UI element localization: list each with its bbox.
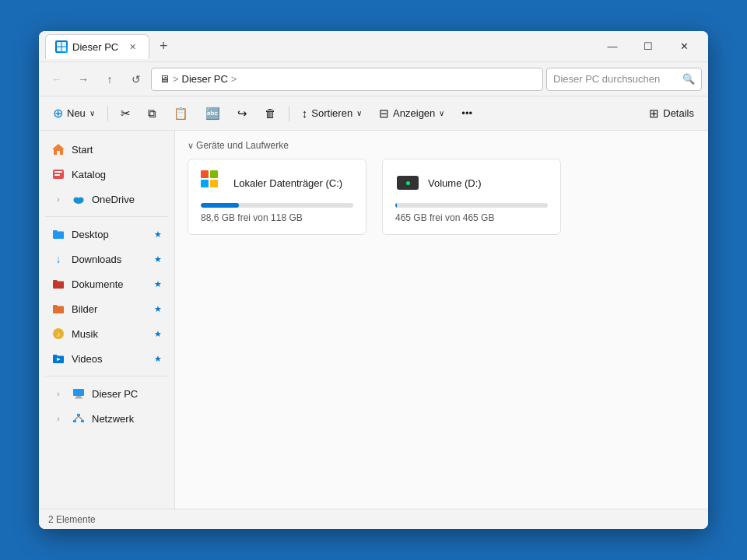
close-btn[interactable]: ✕	[666, 34, 702, 59]
folder-video-icon	[51, 352, 65, 366]
catalog-icon	[51, 167, 65, 181]
drive-d-card[interactable]: Volume (D:) 465 GB frei von 465 GB	[382, 159, 561, 235]
share-btn[interactable]: ↪	[230, 101, 255, 126]
sidebar-item-videos[interactable]: Videos ★	[42, 346, 171, 371]
delete-btn[interactable]: 🗑	[257, 101, 284, 126]
sidebar-item-label-dokumente: Dokumente	[72, 278, 123, 290]
sidebar-item-label-downloads: Downloads	[72, 254, 121, 265]
sidebar-item-start[interactable]: Start	[42, 137, 171, 162]
svg-text:♪: ♪	[57, 330, 61, 338]
new-btn[interactable]: ⊕ Neu ∨	[45, 101, 103, 126]
sort-btn[interactable]: ↕ Sortieren ∨	[294, 101, 370, 126]
search-box[interactable]: Dieser PC durchsuchen 🔍	[546, 68, 702, 91]
drive-c-icon	[201, 170, 226, 195]
svg-rect-15	[76, 396, 81, 397]
pin-icon-videos: ★	[154, 354, 162, 364]
drive-d-name: Volume (D:)	[428, 177, 482, 189]
cut-btn[interactable]: ✂	[113, 101, 139, 126]
sidebar-item-bilder[interactable]: Bilder ★	[42, 296, 171, 321]
sidebar-item-dokumente[interactable]: Dokumente ★	[42, 271, 171, 296]
sidebar-item-label-bilder: Bilder	[72, 303, 97, 315]
drive-d-icon	[395, 170, 420, 195]
view-icon: ⊟	[379, 107, 389, 121]
svg-rect-17	[77, 414, 80, 416]
svg-rect-3	[62, 47, 67, 52]
expand-icon-dieser-pc: ›	[51, 387, 65, 401]
svg-rect-19	[81, 420, 84, 422]
network-icon	[72, 411, 86, 425]
drive-c-bar	[201, 203, 353, 208]
tab-close-btn[interactable]: ✕	[126, 41, 139, 53]
minimize-btn[interactable]: —	[594, 34, 630, 59]
svg-point-9	[74, 198, 79, 203]
statusbar: 2 Elemente	[39, 509, 708, 529]
toolbar-sep-2	[289, 106, 289, 121]
path-dieser-pc: Dieser PC	[182, 73, 228, 85]
tab-label: Dieser PC	[72, 41, 118, 53]
download-icon: ↓	[51, 252, 65, 266]
sidebar-item-label-katalog: Katalog	[72, 169, 106, 180]
more-btn[interactable]: •••	[454, 101, 480, 126]
sidebar-item-onedrive[interactable]: › OneDrive	[42, 187, 171, 212]
sidebar-item-label-musik: Musik	[72, 328, 98, 340]
sidebar-item-dieser-pc[interactable]: › Dieser PC	[42, 381, 171, 406]
sidebar-item-desktop[interactable]: Desktop ★	[42, 222, 171, 247]
rename-icon: 🔤	[205, 107, 220, 121]
sidebar-item-musik[interactable]: ♪ Musik ★	[42, 321, 171, 346]
drive-d-bar	[395, 203, 548, 208]
up-btn[interactable]: ↑	[98, 68, 121, 91]
svg-point-10	[79, 198, 84, 203]
new-tab-btn[interactable]: +	[153, 36, 174, 58]
more-icon: •••	[461, 107, 472, 119]
expand-icon-netzwerk: ›	[51, 411, 65, 425]
sort-chevron: ∨	[356, 109, 362, 117]
svg-marker-4	[52, 144, 65, 155]
titlebar-tabs: Dieser PC ✕ +	[45, 34, 594, 59]
sidebar-item-netzwerk[interactable]: › Netzwerk	[42, 406, 171, 431]
paste-btn[interactable]: 📋	[166, 101, 196, 126]
path-computer-icon: 🖥	[160, 73, 170, 85]
drive-c-card[interactable]: Lokaler Datenträger (C:) 88,6 GB frei vo…	[188, 159, 366, 235]
sidebar-item-label-start: Start	[72, 144, 93, 156]
addressbar: ← → ↑ ↺ 🖥 > Dieser PC > Dieser PC durchs…	[39, 62, 708, 96]
paste-icon: 📋	[174, 107, 188, 121]
svg-rect-2	[57, 47, 61, 52]
folder-img-icon	[51, 302, 65, 316]
new-plus-icon: ⊕	[53, 106, 63, 121]
back-btn[interactable]: ←	[45, 68, 68, 91]
refresh-btn[interactable]: ↺	[124, 68, 148, 91]
address-path[interactable]: 🖥 > Dieser PC >	[151, 68, 543, 91]
computer-icon	[72, 387, 86, 401]
details-btn[interactable]: ⊞ Details	[641, 101, 702, 126]
sidebar-item-downloads[interactable]: ↓ Downloads ★	[42, 247, 171, 271]
status-count: 2 Elemente	[48, 514, 96, 525]
details-label: Details	[663, 107, 694, 119]
copy-btn[interactable]: ⧉	[140, 101, 164, 126]
maximize-btn[interactable]: ☐	[630, 34, 666, 59]
section-header: ∨ Geräte und Laufwerke	[188, 140, 696, 151]
expand-icon-onedrive: ›	[51, 192, 65, 206]
cloud-icon	[72, 192, 86, 206]
drive-c-name: Lokaler Datenträger (C:)	[233, 177, 342, 189]
svg-rect-18	[73, 420, 76, 422]
sidebar: Start Katalog › OneDrive	[39, 131, 175, 509]
sidebar-item-katalog[interactable]: Katalog	[42, 162, 171, 187]
cut-icon: ✂	[121, 107, 131, 121]
active-tab[interactable]: Dieser PC ✕	[45, 34, 149, 59]
pin-icon-dokumente: ★	[154, 279, 162, 289]
hdd-body	[397, 176, 419, 190]
home-icon	[51, 142, 65, 156]
sidebar-divider-2	[45, 376, 168, 376]
drive-c-info: 88,6 GB frei von 118 GB	[201, 212, 353, 223]
drive-c-fill	[201, 203, 239, 208]
pin-icon-musik: ★	[154, 329, 162, 339]
drive-d-header: Volume (D:)	[395, 170, 548, 195]
forward-btn[interactable]: →	[72, 68, 95, 91]
svg-rect-14	[73, 389, 84, 396]
drive-d-fill	[395, 203, 397, 208]
rename-btn[interactable]: 🔤	[198, 101, 228, 126]
content-area: Start Katalog › OneDrive	[39, 131, 708, 509]
view-btn[interactable]: ⊟ Anzeigen ∨	[371, 101, 452, 126]
view-chevron: ∨	[439, 109, 444, 117]
copy-icon: ⧉	[148, 107, 156, 121]
